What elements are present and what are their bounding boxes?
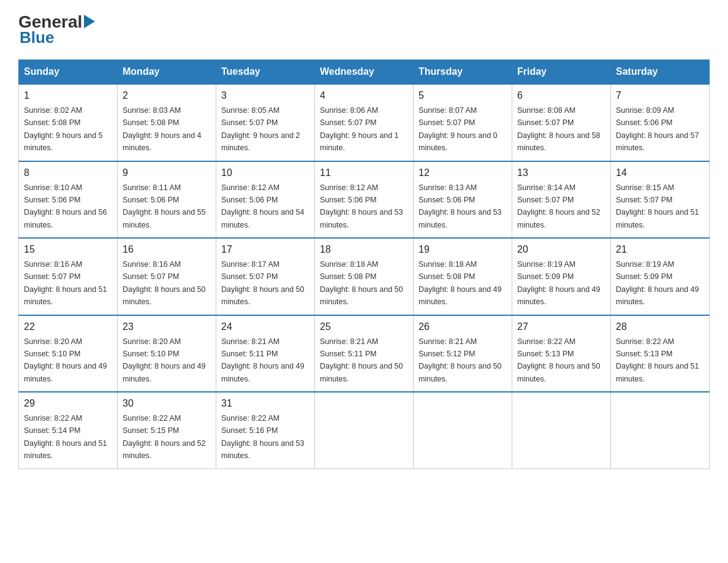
day-info: Sunrise: 8:15 AMSunset: 5:07 PMDaylight:… (616, 183, 699, 229)
day-cell: 26 Sunrise: 8:21 AMSunset: 5:12 PMDaylig… (414, 315, 512, 393)
day-cell: 29 Sunrise: 8:22 AMSunset: 5:14 PMDaylig… (19, 392, 118, 469)
day-info: Sunrise: 8:18 AMSunset: 5:08 PMDaylight:… (419, 260, 502, 306)
day-number: 4 (320, 88, 408, 103)
day-cell: 1 Sunrise: 8:02 AMSunset: 5:08 PMDayligh… (19, 84, 118, 161)
day-info: Sunrise: 8:22 AMSunset: 5:15 PMDaylight:… (123, 414, 206, 460)
day-number: 21 (616, 242, 704, 257)
day-number: 19 (419, 242, 507, 257)
page-header: General Blue (18, 12, 710, 47)
header-wednesday: Wednesday (315, 60, 414, 85)
day-info: Sunrise: 8:20 AMSunset: 5:10 PMDaylight:… (24, 337, 107, 383)
day-cell (512, 392, 611, 469)
calendar-table: SundayMondayTuesdayWednesdayThursdayFrid… (18, 59, 710, 469)
day-number: 31 (221, 396, 309, 411)
day-cell: 22 Sunrise: 8:20 AMSunset: 5:10 PMDaylig… (19, 315, 118, 393)
day-number: 3 (221, 88, 309, 103)
day-cell: 14 Sunrise: 8:15 AMSunset: 5:07 PMDaylig… (611, 161, 710, 239)
day-number: 6 (517, 88, 605, 103)
logo-blue-text: Blue (20, 28, 54, 47)
day-info: Sunrise: 8:18 AMSunset: 5:08 PMDaylight:… (320, 260, 403, 306)
day-info: Sunrise: 8:10 AMSunset: 5:06 PMDaylight:… (24, 183, 107, 229)
day-info: Sunrise: 8:19 AMSunset: 5:09 PMDaylight:… (517, 260, 601, 306)
day-info: Sunrise: 8:21 AMSunset: 5:11 PMDaylight:… (320, 337, 403, 383)
day-info: Sunrise: 8:12 AMSunset: 5:06 PMDaylight:… (320, 183, 403, 229)
day-cell: 25 Sunrise: 8:21 AMSunset: 5:11 PMDaylig… (315, 315, 414, 393)
day-cell: 16 Sunrise: 8:16 AMSunset: 5:07 PMDaylig… (118, 238, 216, 315)
week-row-5: 29 Sunrise: 8:22 AMSunset: 5:14 PMDaylig… (19, 392, 710, 469)
day-number: 16 (123, 242, 211, 257)
day-info: Sunrise: 8:05 AMSunset: 5:07 PMDaylight:… (221, 106, 300, 152)
day-cell: 13 Sunrise: 8:14 AMSunset: 5:07 PMDaylig… (512, 161, 611, 239)
day-info: Sunrise: 8:02 AMSunset: 5:08 PMDaylight:… (24, 106, 103, 152)
week-row-4: 22 Sunrise: 8:20 AMSunset: 5:10 PMDaylig… (19, 315, 710, 393)
day-cell: 10 Sunrise: 8:12 AMSunset: 5:06 PMDaylig… (216, 161, 315, 239)
day-number: 10 (221, 166, 309, 180)
day-info: Sunrise: 8:16 AMSunset: 5:07 PMDaylight:… (24, 260, 107, 306)
week-row-3: 15 Sunrise: 8:16 AMSunset: 5:07 PMDaylig… (19, 238, 710, 315)
day-cell: 4 Sunrise: 8:06 AMSunset: 5:07 PMDayligh… (315, 84, 414, 161)
day-number: 18 (320, 242, 408, 257)
day-cell (611, 392, 710, 469)
header-sunday: Sunday (19, 60, 118, 85)
day-cell: 23 Sunrise: 8:20 AMSunset: 5:10 PMDaylig… (118, 315, 216, 393)
day-number: 12 (419, 166, 507, 180)
day-cell: 15 Sunrise: 8:16 AMSunset: 5:07 PMDaylig… (19, 238, 118, 315)
day-number: 2 (123, 88, 211, 103)
day-info: Sunrise: 8:12 AMSunset: 5:06 PMDaylight:… (221, 183, 305, 229)
day-cell: 30 Sunrise: 8:22 AMSunset: 5:15 PMDaylig… (118, 392, 216, 469)
header-friday: Friday (512, 60, 611, 85)
day-number: 29 (24, 396, 112, 411)
day-number: 28 (616, 320, 704, 334)
logo-arrow-icon (84, 15, 95, 31)
day-cell: 5 Sunrise: 8:07 AMSunset: 5:07 PMDayligh… (414, 84, 512, 161)
day-cell (414, 392, 512, 469)
day-info: Sunrise: 8:14 AMSunset: 5:07 PMDaylight:… (517, 183, 601, 229)
day-info: Sunrise: 8:22 AMSunset: 5:14 PMDaylight:… (24, 414, 107, 460)
day-info: Sunrise: 8:06 AMSunset: 5:07 PMDaylight:… (320, 106, 399, 152)
day-cell: 19 Sunrise: 8:18 AMSunset: 5:08 PMDaylig… (414, 238, 512, 315)
day-cell: 11 Sunrise: 8:12 AMSunset: 5:06 PMDaylig… (315, 161, 414, 239)
day-info: Sunrise: 8:13 AMSunset: 5:06 PMDaylight:… (419, 183, 502, 229)
day-number: 9 (123, 166, 211, 180)
day-info: Sunrise: 8:09 AMSunset: 5:06 PMDaylight:… (616, 106, 699, 152)
day-info: Sunrise: 8:22 AMSunset: 5:13 PMDaylight:… (616, 337, 699, 383)
header-saturday: Saturday (611, 60, 710, 85)
day-cell: 7 Sunrise: 8:09 AMSunset: 5:06 PMDayligh… (611, 84, 710, 161)
day-number: 11 (320, 166, 408, 180)
svg-marker-0 (84, 15, 95, 28)
day-cell: 31 Sunrise: 8:22 AMSunset: 5:16 PMDaylig… (216, 392, 315, 469)
day-cell: 6 Sunrise: 8:08 AMSunset: 5:07 PMDayligh… (512, 84, 611, 161)
header-thursday: Thursday (414, 60, 512, 85)
week-row-1: 1 Sunrise: 8:02 AMSunset: 5:08 PMDayligh… (19, 84, 710, 161)
day-number: 20 (517, 242, 605, 257)
day-cell: 24 Sunrise: 8:21 AMSunset: 5:11 PMDaylig… (216, 315, 315, 393)
day-info: Sunrise: 8:20 AMSunset: 5:10 PMDaylight:… (123, 337, 206, 383)
day-info: Sunrise: 8:16 AMSunset: 5:07 PMDaylight:… (123, 260, 206, 306)
week-row-2: 8 Sunrise: 8:10 AMSunset: 5:06 PMDayligh… (19, 161, 710, 239)
day-number: 13 (517, 166, 605, 180)
logo: General Blue (18, 12, 95, 47)
day-info: Sunrise: 8:11 AMSunset: 5:06 PMDaylight:… (123, 183, 206, 229)
day-cell: 28 Sunrise: 8:22 AMSunset: 5:13 PMDaylig… (611, 315, 710, 393)
day-number: 24 (221, 320, 309, 334)
day-cell: 2 Sunrise: 8:03 AMSunset: 5:08 PMDayligh… (118, 84, 216, 161)
day-number: 15 (24, 242, 112, 257)
day-number: 14 (616, 166, 704, 180)
day-info: Sunrise: 8:22 AMSunset: 5:13 PMDaylight:… (517, 337, 601, 383)
day-cell: 12 Sunrise: 8:13 AMSunset: 5:06 PMDaylig… (414, 161, 512, 239)
day-info: Sunrise: 8:07 AMSunset: 5:07 PMDaylight:… (419, 106, 498, 152)
day-number: 27 (517, 320, 605, 334)
calendar-header-row: SundayMondayTuesdayWednesdayThursdayFrid… (19, 60, 710, 85)
header-monday: Monday (118, 60, 216, 85)
day-number: 23 (123, 320, 211, 334)
day-info: Sunrise: 8:22 AMSunset: 5:16 PMDaylight:… (221, 414, 305, 460)
day-number: 26 (419, 320, 507, 334)
day-number: 1 (24, 88, 112, 103)
day-info: Sunrise: 8:21 AMSunset: 5:11 PMDaylight:… (221, 337, 305, 383)
day-number: 8 (24, 166, 112, 180)
day-info: Sunrise: 8:17 AMSunset: 5:07 PMDaylight:… (221, 260, 305, 306)
day-info: Sunrise: 8:19 AMSunset: 5:09 PMDaylight:… (616, 260, 699, 306)
day-cell: 18 Sunrise: 8:18 AMSunset: 5:08 PMDaylig… (315, 238, 414, 315)
day-number: 30 (123, 396, 211, 411)
day-info: Sunrise: 8:08 AMSunset: 5:07 PMDaylight:… (517, 106, 601, 152)
